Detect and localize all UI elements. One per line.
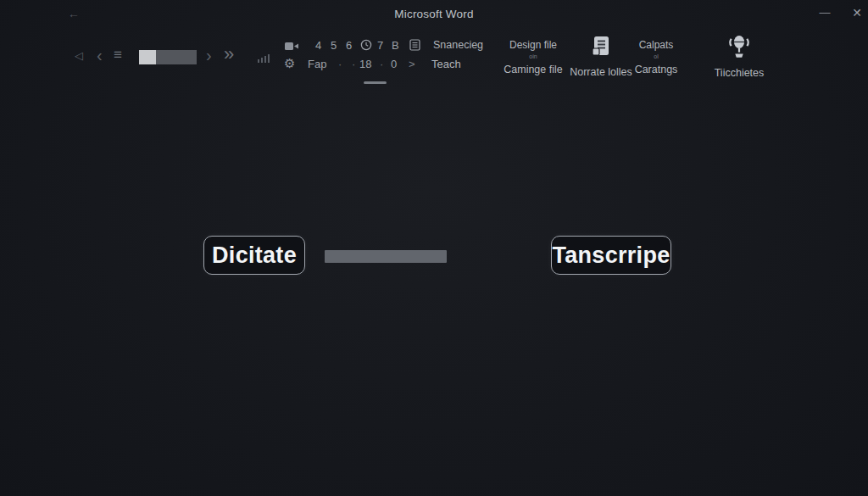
group-label-mid: ol xyxy=(627,53,685,59)
group-label-bottom: Caratngs xyxy=(627,64,685,75)
separator-dot: · xyxy=(338,58,342,70)
document-icon xyxy=(590,36,612,63)
toolbar-number-4[interactable]: 4 xyxy=(315,39,321,52)
progress-bar xyxy=(325,250,447,263)
group-label-mid: oin xyxy=(494,53,572,59)
toolbar-number-5[interactable]: 5 xyxy=(331,39,337,52)
previous-triangle-icon[interactable]: ◁ xyxy=(75,50,83,61)
ribbon-group-captions[interactable]: Calpats ol Caratngs xyxy=(627,39,685,75)
transcribe-button[interactable]: Tanscrripe xyxy=(551,236,671,275)
audio-levels-icon[interactable] xyxy=(258,52,271,67)
toolbar-number-6[interactable]: 6 xyxy=(346,39,352,52)
ribbon-group-dictate-mic[interactable]: Tiicchietes xyxy=(709,34,770,79)
minimize-button[interactable]: — xyxy=(815,3,835,22)
word-window: ← Microsoft Word — ✕ ◁ ‹ ≡ › » xyxy=(0,0,868,496)
slider-thumb[interactable] xyxy=(139,50,156,64)
active-tab-indicator xyxy=(364,81,387,84)
video-camera-icon[interactable] xyxy=(285,40,299,55)
toolbar-slider[interactable] xyxy=(139,50,197,64)
title-bar: ← Microsoft Word — ✕ xyxy=(0,0,868,29)
clock-icon[interactable] xyxy=(360,39,372,54)
separator-dot: · xyxy=(352,58,355,70)
group-label-bottom: Caminge file xyxy=(494,64,572,75)
toolbar-label-fap[interactable]: Fap xyxy=(308,58,326,70)
toolbar-number-0[interactable]: 0 xyxy=(391,58,397,70)
caret-right-icon[interactable]: > xyxy=(409,58,415,70)
gear-icon[interactable]: ⚙ xyxy=(284,56,295,71)
toolbar-number-7[interactable]: 7 xyxy=(377,39,383,52)
toolbar-label-snanecieg[interactable]: Snanecieg xyxy=(433,39,483,51)
chevron-left-icon[interactable]: ‹ xyxy=(97,47,103,64)
font-size-value[interactable]: 18 xyxy=(359,58,371,70)
group-label-top: Design file xyxy=(494,39,572,51)
dictate-button[interactable]: Dicitate xyxy=(203,236,305,275)
window-title: Microsoft Word xyxy=(0,8,868,20)
group-label-bottom: Tiicchietes xyxy=(709,67,770,79)
separator-dot: · xyxy=(380,58,383,70)
chevron-right-icon[interactable]: › xyxy=(206,47,212,64)
group-label-top: Calpats xyxy=(627,39,685,51)
notes-grid-icon[interactable] xyxy=(409,39,420,54)
menu-icon[interactable]: ≡ xyxy=(114,47,122,62)
toolbar-label-teach[interactable]: Teach xyxy=(431,58,461,70)
bold-button[interactable]: B xyxy=(392,39,399,52)
close-button[interactable]: ✕ xyxy=(847,3,867,22)
double-chevron-right-icon[interactable]: » xyxy=(224,45,234,64)
microphone-icon xyxy=(727,34,751,64)
ribbon-group-design-file[interactable]: Design file oin Caminge file xyxy=(494,39,572,75)
